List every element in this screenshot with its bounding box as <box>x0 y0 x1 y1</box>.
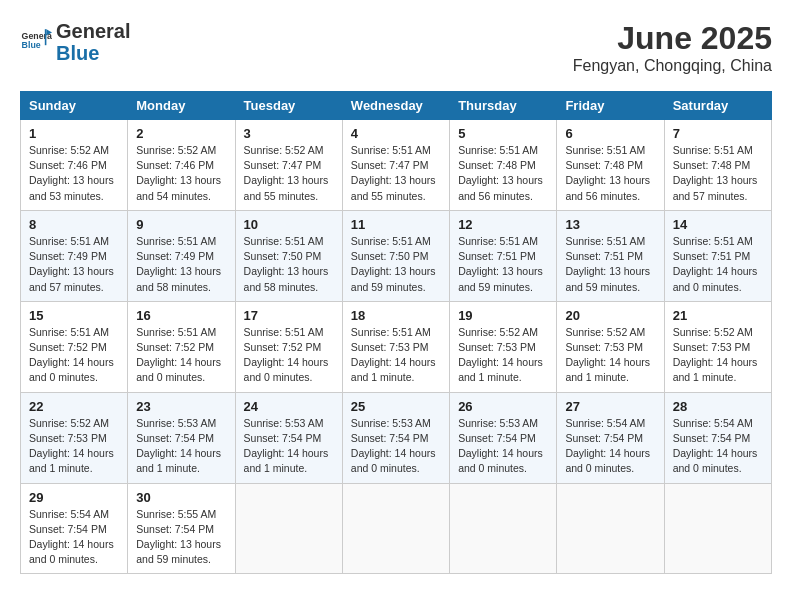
calendar-cell <box>664 483 771 574</box>
day-info: Sunrise: 5:52 AM Sunset: 7:53 PM Dayligh… <box>29 416 119 477</box>
sunset-label: Sunset: 7:54 PM <box>136 523 214 535</box>
daylight-label: Daylight: 13 hours and 56 minutes. <box>458 174 543 201</box>
sunrise-label: Sunrise: 5:51 AM <box>29 235 109 247</box>
calendar-cell: 29 Sunrise: 5:54 AM Sunset: 7:54 PM Dayl… <box>21 483 128 574</box>
sunrise-label: Sunrise: 5:51 AM <box>351 235 431 247</box>
calendar-cell: 30 Sunrise: 5:55 AM Sunset: 7:54 PM Dayl… <box>128 483 235 574</box>
day-number: 28 <box>673 399 763 414</box>
day-info: Sunrise: 5:51 AM Sunset: 7:47 PM Dayligh… <box>351 143 441 204</box>
calendar-cell: 24 Sunrise: 5:53 AM Sunset: 7:54 PM Dayl… <box>235 392 342 483</box>
daylight-label: Daylight: 14 hours and 0 minutes. <box>351 447 436 474</box>
sunset-label: Sunset: 7:49 PM <box>136 250 214 262</box>
day-info: Sunrise: 5:51 AM Sunset: 7:51 PM Dayligh… <box>565 234 655 295</box>
sunrise-label: Sunrise: 5:51 AM <box>244 235 324 247</box>
calendar-cell: 8 Sunrise: 5:51 AM Sunset: 7:49 PM Dayli… <box>21 210 128 301</box>
sunrise-label: Sunrise: 5:55 AM <box>136 508 216 520</box>
calendar-cell: 26 Sunrise: 5:53 AM Sunset: 7:54 PM Dayl… <box>450 392 557 483</box>
sunrise-label: Sunrise: 5:53 AM <box>351 417 431 429</box>
day-number: 2 <box>136 126 226 141</box>
sunrise-label: Sunrise: 5:52 AM <box>673 326 753 338</box>
logo-general: General <box>56 20 130 42</box>
daylight-label: Daylight: 13 hours and 59 minutes. <box>136 538 221 565</box>
day-number: 5 <box>458 126 548 141</box>
daylight-label: Daylight: 14 hours and 1 minute. <box>458 356 543 383</box>
sunset-label: Sunset: 7:50 PM <box>244 250 322 262</box>
daylight-label: Daylight: 14 hours and 0 minutes. <box>673 265 758 292</box>
calendar-cell: 13 Sunrise: 5:51 AM Sunset: 7:51 PM Dayl… <box>557 210 664 301</box>
sunset-label: Sunset: 7:48 PM <box>458 159 536 171</box>
day-info: Sunrise: 5:52 AM Sunset: 7:46 PM Dayligh… <box>29 143 119 204</box>
calendar-cell: 27 Sunrise: 5:54 AM Sunset: 7:54 PM Dayl… <box>557 392 664 483</box>
sunset-label: Sunset: 7:52 PM <box>244 341 322 353</box>
calendar-cell: 22 Sunrise: 5:52 AM Sunset: 7:53 PM Dayl… <box>21 392 128 483</box>
sunrise-label: Sunrise: 5:54 AM <box>29 508 109 520</box>
sunset-label: Sunset: 7:48 PM <box>565 159 643 171</box>
title-block: June 2025 Fengyan, Chongqing, China <box>573 20 772 75</box>
sunrise-label: Sunrise: 5:51 AM <box>458 144 538 156</box>
sunset-label: Sunset: 7:54 PM <box>351 432 429 444</box>
sunrise-label: Sunrise: 5:52 AM <box>29 417 109 429</box>
daylight-label: Daylight: 13 hours and 54 minutes. <box>136 174 221 201</box>
calendar-cell: 6 Sunrise: 5:51 AM Sunset: 7:48 PM Dayli… <box>557 120 664 211</box>
daylight-label: Daylight: 14 hours and 0 minutes. <box>29 538 114 565</box>
day-number: 22 <box>29 399 119 414</box>
calendar-week-3: 15 Sunrise: 5:51 AM Sunset: 7:52 PM Dayl… <box>21 301 772 392</box>
day-info: Sunrise: 5:53 AM Sunset: 7:54 PM Dayligh… <box>458 416 548 477</box>
sunrise-label: Sunrise: 5:54 AM <box>565 417 645 429</box>
weekday-header-monday: Monday <box>128 92 235 120</box>
daylight-label: Daylight: 13 hours and 59 minutes. <box>458 265 543 292</box>
calendar-body: 1 Sunrise: 5:52 AM Sunset: 7:46 PM Dayli… <box>21 120 772 574</box>
calendar-table: SundayMondayTuesdayWednesdayThursdayFrid… <box>20 91 772 574</box>
day-info: Sunrise: 5:51 AM Sunset: 7:48 PM Dayligh… <box>673 143 763 204</box>
sunset-label: Sunset: 7:54 PM <box>244 432 322 444</box>
sunrise-label: Sunrise: 5:51 AM <box>29 326 109 338</box>
calendar-cell: 3 Sunrise: 5:52 AM Sunset: 7:47 PM Dayli… <box>235 120 342 211</box>
sunset-label: Sunset: 7:53 PM <box>673 341 751 353</box>
sunset-label: Sunset: 7:50 PM <box>351 250 429 262</box>
sunset-label: Sunset: 7:53 PM <box>351 341 429 353</box>
day-number: 14 <box>673 217 763 232</box>
month-title: June 2025 <box>573 20 772 57</box>
calendar-cell: 23 Sunrise: 5:53 AM Sunset: 7:54 PM Dayl… <box>128 392 235 483</box>
day-info: Sunrise: 5:52 AM Sunset: 7:53 PM Dayligh… <box>458 325 548 386</box>
day-info: Sunrise: 5:51 AM Sunset: 7:51 PM Dayligh… <box>673 234 763 295</box>
sunrise-label: Sunrise: 5:52 AM <box>136 144 216 156</box>
sunset-label: Sunset: 7:51 PM <box>458 250 536 262</box>
calendar-cell: 12 Sunrise: 5:51 AM Sunset: 7:51 PM Dayl… <box>450 210 557 301</box>
sunset-label: Sunset: 7:52 PM <box>136 341 214 353</box>
sunrise-label: Sunrise: 5:52 AM <box>458 326 538 338</box>
page-header: General Blue General Blue June 2025 Feng… <box>20 20 772 75</box>
day-number: 18 <box>351 308 441 323</box>
calendar-week-2: 8 Sunrise: 5:51 AM Sunset: 7:49 PM Dayli… <box>21 210 772 301</box>
daylight-label: Daylight: 13 hours and 55 minutes. <box>351 174 436 201</box>
calendar-cell: 28 Sunrise: 5:54 AM Sunset: 7:54 PM Dayl… <box>664 392 771 483</box>
calendar-cell: 16 Sunrise: 5:51 AM Sunset: 7:52 PM Dayl… <box>128 301 235 392</box>
day-info: Sunrise: 5:51 AM Sunset: 7:52 PM Dayligh… <box>244 325 334 386</box>
daylight-label: Daylight: 13 hours and 56 minutes. <box>565 174 650 201</box>
weekday-header-tuesday: Tuesday <box>235 92 342 120</box>
day-number: 20 <box>565 308 655 323</box>
daylight-label: Daylight: 14 hours and 1 minute. <box>244 447 329 474</box>
day-number: 19 <box>458 308 548 323</box>
daylight-label: Daylight: 13 hours and 59 minutes. <box>351 265 436 292</box>
day-info: Sunrise: 5:54 AM Sunset: 7:54 PM Dayligh… <box>673 416 763 477</box>
logo-blue: Blue <box>56 42 130 64</box>
day-number: 26 <box>458 399 548 414</box>
day-number: 1 <box>29 126 119 141</box>
day-number: 3 <box>244 126 334 141</box>
day-number: 24 <box>244 399 334 414</box>
calendar-cell: 19 Sunrise: 5:52 AM Sunset: 7:53 PM Dayl… <box>450 301 557 392</box>
calendar-cell: 21 Sunrise: 5:52 AM Sunset: 7:53 PM Dayl… <box>664 301 771 392</box>
sunrise-label: Sunrise: 5:53 AM <box>136 417 216 429</box>
daylight-label: Daylight: 13 hours and 59 minutes. <box>565 265 650 292</box>
sunrise-label: Sunrise: 5:53 AM <box>244 417 324 429</box>
sunset-label: Sunset: 7:46 PM <box>136 159 214 171</box>
sunrise-label: Sunrise: 5:51 AM <box>565 144 645 156</box>
sunrise-label: Sunrise: 5:52 AM <box>244 144 324 156</box>
day-number: 13 <box>565 217 655 232</box>
sunset-label: Sunset: 7:53 PM <box>458 341 536 353</box>
sunset-label: Sunset: 7:53 PM <box>565 341 643 353</box>
day-number: 4 <box>351 126 441 141</box>
day-number: 12 <box>458 217 548 232</box>
daylight-label: Daylight: 14 hours and 0 minutes. <box>673 447 758 474</box>
